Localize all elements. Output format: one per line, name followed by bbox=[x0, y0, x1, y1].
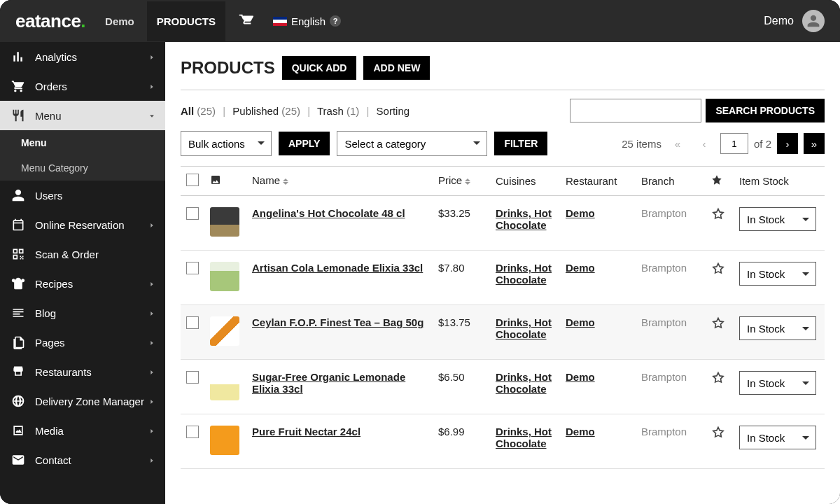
sidebar-item-online-reservation[interactable]: Online Reservation bbox=[0, 210, 165, 239]
product-cuisines-link[interactable]: Drinks, Hot Chocolate bbox=[496, 262, 552, 286]
product-restaurant-link[interactable]: Demo bbox=[566, 371, 595, 383]
view-published[interactable]: Published bbox=[232, 105, 279, 117]
product-thumbnail[interactable] bbox=[210, 426, 239, 455]
product-name-link[interactable]: Artisan Cola Lemonade Elixia 33cl bbox=[252, 262, 423, 274]
sidebar-item-scan-order[interactable]: Scan & Order bbox=[0, 239, 165, 269]
product-cuisines-link[interactable]: Drinks, Hot Chocolate bbox=[496, 371, 552, 395]
featured-toggle[interactable] bbox=[706, 196, 734, 251]
product-thumbnail[interactable] bbox=[210, 316, 239, 346]
select-all-checkbox[interactable] bbox=[186, 174, 199, 186]
row-checkbox[interactable] bbox=[186, 371, 199, 384]
quick-add-button[interactable]: QUICK ADD bbox=[282, 56, 357, 80]
sidebar-item-restaurants[interactable]: Restaurants bbox=[0, 357, 165, 386]
product-restaurant-link[interactable]: Demo bbox=[566, 262, 595, 274]
stock-select[interactable]: In Stock bbox=[739, 262, 816, 286]
sidebar-item-orders[interactable]: Orders bbox=[0, 71, 165, 101]
view-trash[interactable]: Trash bbox=[317, 105, 344, 117]
search-input[interactable] bbox=[570, 99, 701, 122]
page-last[interactable]: » bbox=[804, 133, 825, 154]
product-thumbnail[interactable] bbox=[210, 371, 239, 400]
sidebar-item-delivery-zone-manager[interactable]: Delivery Zone Manager bbox=[0, 386, 165, 416]
product-price: $7.80 bbox=[433, 251, 490, 305]
stock-select[interactable]: In Stock bbox=[739, 316, 816, 340]
col-name[interactable]: Name bbox=[246, 167, 433, 196]
search-button[interactable]: SEARCH PRODUCTS bbox=[706, 99, 825, 122]
row-checkbox[interactable] bbox=[186, 262, 199, 274]
product-thumbnail[interactable] bbox=[210, 262, 239, 291]
avatar[interactable] bbox=[802, 10, 825, 32]
col-featured bbox=[706, 167, 734, 196]
product-thumbnail[interactable] bbox=[210, 207, 239, 237]
cart-icon[interactable] bbox=[238, 12, 253, 30]
language-selector[interactable]: English ? bbox=[273, 15, 341, 27]
items-count: 25 items bbox=[622, 138, 662, 150]
sidebar-item-blog[interactable]: Blog bbox=[0, 298, 165, 328]
product-restaurant-link[interactable]: Demo bbox=[566, 316, 595, 328]
help-icon[interactable]: ? bbox=[330, 15, 341, 27]
page-next[interactable]: › bbox=[777, 133, 798, 154]
stock-select[interactable]: In Stock bbox=[739, 371, 816, 395]
product-cuisines-link[interactable]: Drinks, Hot Chocolate bbox=[496, 316, 552, 340]
view-all[interactable]: All bbox=[181, 105, 194, 117]
bulk-actions-select[interactable]: Bulk actions bbox=[181, 131, 272, 156]
product-name-link[interactable]: Pure Fruit Nectar 24cl bbox=[252, 426, 360, 438]
media-icon bbox=[11, 424, 25, 438]
sidebar-item-users[interactable]: Users bbox=[0, 181, 165, 210]
apply-button[interactable]: APPLY bbox=[279, 132, 330, 155]
sidebar-subitem-menu[interactable]: Menu bbox=[0, 130, 165, 155]
sidebar-item-media[interactable]: Media bbox=[0, 416, 165, 445]
sidebar-item-label: Online Reservation bbox=[35, 219, 125, 231]
sidebar-item-label: Orders bbox=[35, 80, 67, 92]
page-of: of 2 bbox=[754, 138, 771, 150]
filter-button[interactable]: FILTER bbox=[494, 132, 547, 155]
cart-icon bbox=[11, 79, 25, 93]
topnav-demo[interactable]: Demo bbox=[105, 15, 134, 27]
product-cuisines-link[interactable]: Drinks, Hot Chocolate bbox=[496, 426, 552, 449]
menu-icon bbox=[11, 108, 25, 122]
product-restaurant-link[interactable]: Demo bbox=[566, 426, 595, 438]
featured-toggle[interactable] bbox=[706, 305, 734, 360]
chevron-right-icon bbox=[148, 219, 155, 231]
sidebar-item-recipes[interactable]: Recipes bbox=[0, 269, 165, 298]
product-name-link[interactable]: Ceylan F.O.P. Finest Tea – Bag 50g bbox=[252, 316, 424, 328]
topbar-right: Demo bbox=[764, 10, 825, 32]
products-table: Name Price Cuisines Restaurant Branch It… bbox=[181, 166, 825, 469]
product-price: $13.75 bbox=[433, 305, 490, 360]
topnav-products[interactable]: PRODUCTS bbox=[147, 1, 225, 41]
chevron-right-icon bbox=[148, 80, 155, 92]
product-name-link[interactable]: Angelina's Hot Chocolate 48 cl bbox=[252, 207, 405, 219]
chevron-right-icon bbox=[148, 396, 155, 407]
sidebar-item-analytics[interactable]: Analytics bbox=[0, 42, 165, 71]
view-sorting[interactable]: Sorting bbox=[377, 105, 410, 117]
col-cuisines: Cuisines bbox=[490, 167, 560, 196]
stock-select[interactable]: In Stock bbox=[739, 426, 816, 449]
col-price[interactable]: Price bbox=[433, 167, 490, 196]
stock-select[interactable]: In Stock bbox=[739, 207, 816, 231]
sidebar-item-contact[interactable]: Contact bbox=[0, 445, 165, 475]
sidebar-item-label: Recipes bbox=[35, 278, 73, 290]
sidebar-item-label: Delivery Zone Manager bbox=[35, 396, 144, 407]
sidebar-item-pages[interactable]: Pages bbox=[0, 328, 165, 357]
category-select[interactable]: Select a category bbox=[337, 131, 487, 156]
featured-toggle[interactable] bbox=[706, 360, 734, 414]
mail-icon bbox=[11, 453, 25, 467]
user-name[interactable]: Demo bbox=[764, 15, 794, 27]
row-checkbox[interactable] bbox=[186, 207, 199, 220]
product-name-link[interactable]: Sugar-Free Organic Lemonade Elixia 33cl bbox=[252, 371, 405, 395]
featured-toggle[interactable] bbox=[706, 251, 734, 305]
page-current-input[interactable] bbox=[720, 133, 748, 154]
chevron-right-icon bbox=[148, 337, 155, 349]
product-restaurant-link[interactable]: Demo bbox=[566, 207, 595, 219]
page-prev: ‹ bbox=[694, 133, 715, 154]
brand-logo[interactable]: eatance. bbox=[15, 10, 85, 32]
product-cuisines-link[interactable]: Drinks, Hot Chocolate bbox=[496, 207, 552, 231]
chevron-down-icon bbox=[148, 110, 155, 122]
product-branch: Brampton bbox=[636, 196, 706, 251]
row-checkbox[interactable] bbox=[186, 316, 199, 329]
featured-toggle[interactable] bbox=[706, 414, 734, 469]
add-new-button[interactable]: ADD NEW bbox=[363, 56, 430, 80]
sidebar-subitem-menu-category[interactable]: Menu Category bbox=[0, 155, 165, 181]
product-price: $6.50 bbox=[433, 360, 490, 414]
sidebar-item-menu[interactable]: Menu bbox=[0, 101, 165, 130]
row-checkbox[interactable] bbox=[186, 426, 199, 438]
